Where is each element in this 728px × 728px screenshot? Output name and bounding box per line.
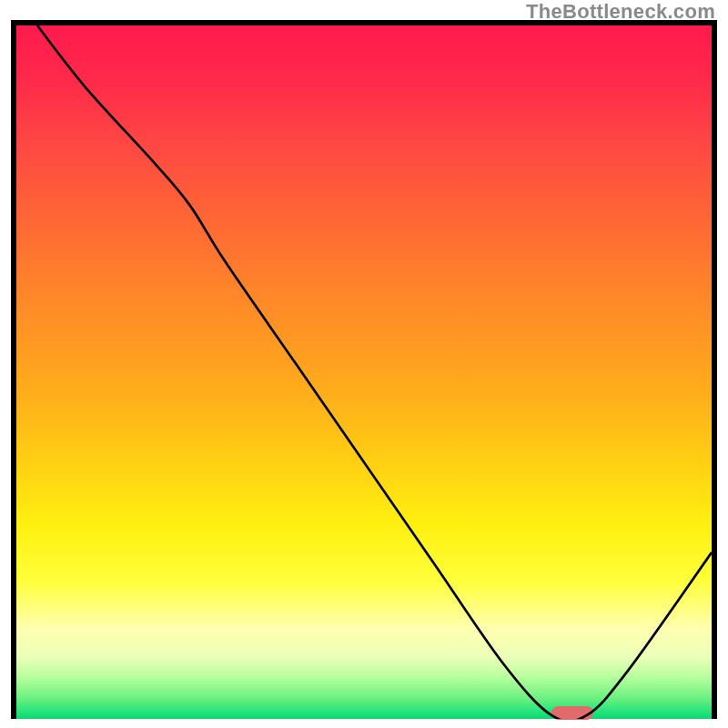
- bottleneck-curve: [16, 25, 712, 719]
- curve-path: [37, 25, 712, 719]
- chart-frame: [11, 20, 717, 719]
